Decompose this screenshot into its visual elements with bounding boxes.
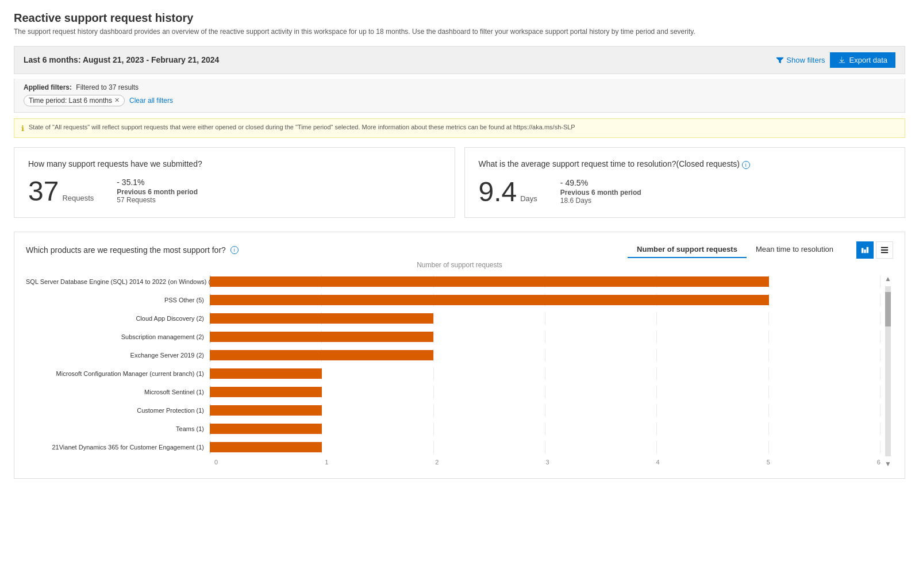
- chart-subtitle: Number of support requests: [26, 261, 893, 269]
- bar-area: [210, 422, 880, 435]
- svg-rect-3: [881, 247, 888, 248]
- bar-label: Microsoft Sentinel (1): [26, 389, 210, 395]
- chart-info-icon[interactable]: i: [230, 246, 239, 254]
- page-description: The support request history dashboard pr…: [14, 27, 905, 37]
- kpi-value-resolution: 9.4: [479, 178, 517, 206]
- bar-area: [210, 386, 880, 398]
- kpi-card-resolution: What is the average support request time…: [464, 147, 906, 218]
- scroll-up-button[interactable]: ▲: [883, 274, 893, 284]
- export-icon: [838, 56, 846, 64]
- bar-area: [210, 441, 880, 454]
- bar-fill: [210, 276, 769, 287]
- kpi-card-requests: How many support requests have we submit…: [14, 147, 455, 218]
- bar-area: [210, 312, 880, 325]
- bar-label: SQL Server Database Engine (SQL) 2014 to…: [26, 278, 210, 285]
- filter-tag-label: Time period: Last 6 months: [29, 97, 112, 105]
- bar-chart-rows: SQL Server Database Engine (SQL) 2014 to…: [26, 274, 880, 455]
- chart-section-title: Which products are we requesting the mos…: [26, 245, 226, 255]
- bar-row: 21Vianet Dynamics 365 for Customer Engag…: [26, 439, 880, 455]
- clear-all-filters-button[interactable]: Clear all filters: [129, 97, 173, 105]
- bar-fill: [210, 368, 322, 379]
- scroll-track: [885, 286, 891, 456]
- tab-mean-time[interactable]: Mean time to resolution: [747, 241, 843, 258]
- bar-label: Teams (1): [26, 425, 210, 432]
- applied-filters-label: Applied filters:: [24, 83, 72, 91]
- bar-area: [210, 349, 880, 362]
- bar-label: Exchange Server 2019 (2): [26, 352, 210, 359]
- kpi-title-requests: How many support requests have we submit…: [28, 159, 441, 168]
- chart-view-buttons: [856, 241, 893, 259]
- scroll-thumb[interactable]: [885, 292, 891, 326]
- kpi-compare-resolution: - 49.5% Previous 6 month period 18.6 Day…: [560, 178, 641, 205]
- scroll-down-button[interactable]: ▼: [883, 459, 893, 469]
- chart-body: SQL Server Database Engine (SQL) 2014 to…: [26, 274, 893, 469]
- page-title: Reactive support request history: [14, 11, 905, 25]
- bar-area: [210, 275, 880, 288]
- kpi-unit-resolution: Days: [520, 194, 537, 203]
- bar-row: Exchange Server 2019 (2): [26, 347, 880, 363]
- kpi-title-resolution: What is the average support request time…: [479, 159, 891, 169]
- svg-rect-1: [864, 249, 866, 253]
- filter-tag: Time period: Last 6 months ✕: [24, 95, 125, 106]
- bar-label: Subscription management (2): [26, 333, 210, 340]
- bar-area: [210, 404, 880, 417]
- bar-fill: [210, 295, 769, 305]
- kpi-compare-requests: - 35.1% Previous 6 month period 57 Reque…: [117, 178, 198, 204]
- bar-area: [210, 367, 880, 380]
- bar-row: Teams (1): [26, 421, 880, 437]
- filters-row: Applied filters: Filtered to 37 results …: [14, 79, 905, 113]
- bar-row: Cloud App Discovery (2): [26, 310, 880, 326]
- applied-filters-desc: Filtered to 37 results: [76, 83, 139, 91]
- list-view-button[interactable]: [876, 241, 893, 259]
- x-axis: 0 1 2 3 4 5 6: [214, 458, 880, 469]
- svg-rect-4: [881, 249, 888, 251]
- bar-area: [210, 294, 880, 306]
- info-icon: ℹ: [21, 124, 24, 133]
- bar-label: PSS Other (5): [26, 297, 210, 303]
- bar-fill: [210, 387, 322, 397]
- chart-tabs: Number of support requests Mean time to …: [628, 241, 843, 258]
- bar-fill: [210, 442, 322, 452]
- info-banner: ℹ State of "All requests" will reflect s…: [14, 118, 905, 138]
- kpi-value-requests: 37: [28, 178, 59, 205]
- export-data-button[interactable]: Export data: [830, 52, 896, 68]
- bar-fill: [210, 313, 433, 324]
- header-bar: Last 6 months: August 21, 2023 - Februar…: [14, 46, 905, 74]
- tab-number-of-requests[interactable]: Number of support requests: [628, 241, 747, 258]
- bar-row: Customer Protection (1): [26, 402, 880, 418]
- bar-fill: [210, 332, 433, 342]
- bar-row: SQL Server Database Engine (SQL) 2014 to…: [26, 274, 880, 290]
- bar-label: Cloud App Discovery (2): [26, 315, 210, 322]
- filter-tag-remove[interactable]: ✕: [114, 97, 120, 104]
- bar-fill: [210, 405, 322, 416]
- date-range: Last 6 months: August 21, 2023 - Februar…: [24, 55, 219, 64]
- list-icon: [880, 246, 889, 254]
- bar-row: Subscription management (2): [26, 329, 880, 345]
- bar-label: Customer Protection (1): [26, 407, 210, 414]
- kpi-unit-requests: Requests: [62, 194, 94, 202]
- bar-label: Microsoft Configuration Manager (current…: [26, 370, 210, 377]
- svg-rect-2: [867, 247, 869, 253]
- bar-row: Microsoft Configuration Manager (current…: [26, 366, 880, 382]
- chart-content: SQL Server Database Engine (SQL) 2014 to…: [26, 274, 880, 469]
- kpi-row: How many support requests have we submit…: [14, 147, 905, 218]
- svg-rect-0: [862, 248, 864, 253]
- bar-label: 21Vianet Dynamics 365 for Customer Engag…: [26, 444, 210, 451]
- info-banner-text: State of "All requests" will reflect sup…: [29, 124, 575, 130]
- chart-scrollbar: ▲ ▼: [883, 274, 893, 469]
- filter-icon: [776, 56, 784, 64]
- bar-chart-view-button[interactable]: [856, 241, 874, 259]
- bar-row: Microsoft Sentinel (1): [26, 384, 880, 400]
- bar-row: PSS Other (5): [26, 292, 880, 308]
- show-filters-button[interactable]: Show filters: [776, 56, 825, 64]
- bar-chart-icon: [861, 246, 869, 254]
- svg-rect-5: [881, 252, 888, 253]
- bar-fill: [210, 350, 433, 360]
- kpi-info-icon[interactable]: i: [742, 161, 750, 169]
- bar-area: [210, 330, 880, 343]
- bar-fill: [210, 424, 322, 434]
- chart-section: Which products are we requesting the mos…: [14, 232, 905, 479]
- filter-tags-container: Time period: Last 6 months ✕ Clear all f…: [24, 95, 895, 106]
